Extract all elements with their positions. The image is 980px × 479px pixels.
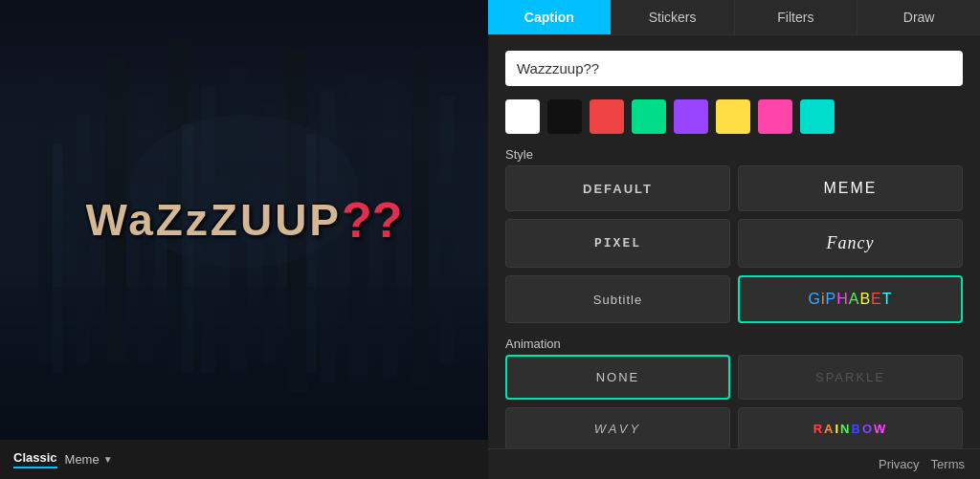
terms-link[interactable]: Terms — [931, 457, 965, 471]
swatch-purple[interactable] — [674, 99, 708, 134]
meme-question-marks: ?? — [342, 191, 403, 249]
style-pixel-button[interactable]: PIXEL — [505, 219, 730, 268]
swatch-yellow[interactable] — [716, 99, 750, 134]
style-subtitle-button[interactable]: Subtitle — [505, 275, 730, 323]
anim-sparkle-button[interactable]: SPARKLE — [738, 355, 963, 400]
privacy-link[interactable]: Privacy — [879, 457, 920, 471]
color-swatch-row — [505, 99, 963, 134]
tab-caption[interactable]: Caption — [488, 0, 612, 34]
preview-image: WaZzZUUP ?? — [0, 0, 488, 440]
tab-bar: Caption Stickers Filters Draw — [488, 0, 980, 35]
wavy-text: WAVY — [594, 422, 641, 436]
anim-wavy-button[interactable]: WAVY — [505, 407, 730, 448]
classic-tab[interactable]: Classic — [13, 450, 57, 468]
animation-grid: NONE SPARKLE WAVY RAINBOW — [505, 355, 963, 448]
style-label: Style — [505, 147, 963, 162]
meme-dropdown[interactable]: Meme ▼ — [65, 452, 113, 467]
chevron-down-icon: ▼ — [103, 454, 113, 465]
style-default-button[interactable]: DEFAULT — [505, 165, 730, 211]
preview-bottom-bar: Classic Meme ▼ — [0, 440, 488, 479]
anim-rainbow-button[interactable]: RAINBOW — [738, 407, 963, 448]
caption-text-input[interactable] — [505, 51, 963, 86]
swatch-pink[interactable] — [758, 99, 792, 134]
style-meme-button[interactable]: MEME — [738, 165, 963, 211]
meme-main-text: WaZzZUUP — [85, 194, 342, 246]
style-fancy-button[interactable]: Fancy — [738, 219, 963, 268]
swatch-teal[interactable] — [800, 99, 835, 134]
svg-rect-20 — [0, 287, 488, 440]
meme-text-overlay: WaZzZUUP ?? — [85, 191, 402, 249]
style-grid: DEFAULT MEME PIXEL Fancy Subtitle GiPHAB… — [505, 165, 963, 323]
rainbow-text: RAINBOW — [813, 422, 888, 436]
swatch-white[interactable] — [505, 99, 540, 134]
sparkle-text: SPARKLE — [815, 370, 885, 384]
giphy-text: GiPHABET — [808, 291, 892, 308]
swatch-green[interactable] — [632, 99, 666, 134]
tab-stickers[interactable]: Stickers — [612, 0, 735, 34]
style-section: Style DEFAULT MEME PIXEL Fancy Subtitle … — [505, 147, 963, 323]
anim-none-button[interactable]: NONE — [505, 355, 730, 400]
tab-filters[interactable]: Filters — [735, 0, 858, 34]
tab-draw[interactable]: Draw — [858, 0, 980, 34]
animation-section: Animation NONE SPARKLE WAVY RAINBOW — [505, 337, 963, 448]
preview-panel: WaZzZUUP ?? Classic Meme ▼ — [0, 0, 488, 479]
swatch-black[interactable] — [547, 99, 582, 134]
animation-label: Animation — [505, 337, 963, 351]
meme-tab-label: Meme — [65, 452, 100, 467]
swatch-red[interactable] — [590, 99, 624, 134]
style-giphy-button[interactable]: GiPHABET — [738, 275, 963, 323]
footer: Privacy Terms — [488, 448, 980, 479]
caption-panel: Caption Stickers Filters Draw Style DEFA… — [488, 0, 980, 479]
caption-content: Style DEFAULT MEME PIXEL Fancy Subtitle … — [488, 35, 980, 448]
